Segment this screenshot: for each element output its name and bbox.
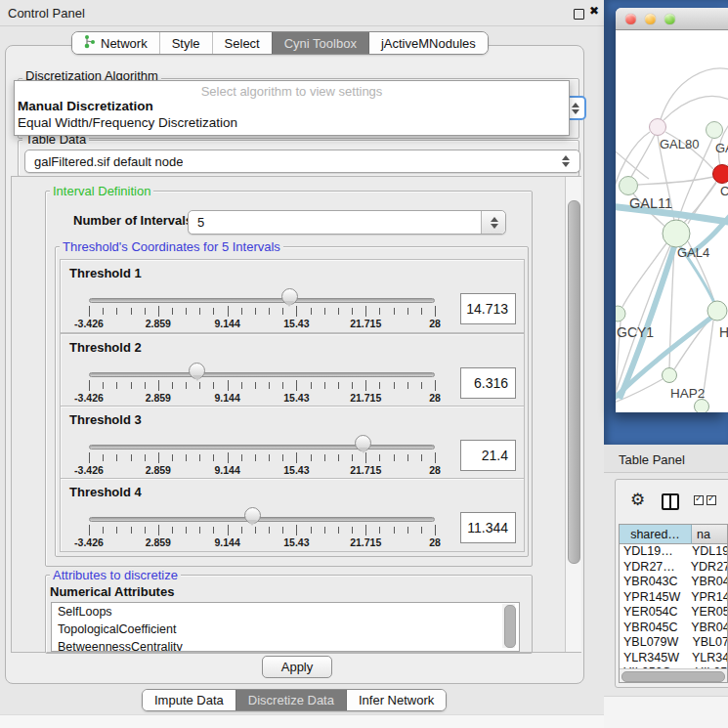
- slider-tick: [145, 382, 146, 389]
- network-node[interactable]: [620, 177, 638, 195]
- close-traffic-light[interactable]: [625, 14, 636, 24]
- slider-tick: [352, 454, 353, 461]
- checkbox-icon[interactable]: [707, 495, 716, 505]
- tab-infer-network[interactable]: Infer Network: [347, 690, 446, 710]
- cell-name: YBL07: [688, 635, 727, 651]
- close-icon[interactable]: ✖: [589, 4, 599, 18]
- slider-tick: [158, 452, 159, 463]
- slider-tick: [172, 454, 173, 461]
- slider-tick: [186, 527, 187, 534]
- tab-cyni-toolbox[interactable]: Cyni Toolbox: [272, 32, 369, 54]
- number-of-intervals-combobox[interactable]: 5: [188, 210, 506, 235]
- apply-button[interactable]: Apply: [262, 656, 332, 678]
- horizontal-scrollbar-thumb[interactable]: [621, 671, 725, 682]
- slider-tick-label: 15.43: [275, 536, 318, 548]
- table-row[interactable]: YBR045CYBR04: [620, 621, 727, 636]
- list-item[interactable]: BetweennessCentrality: [52, 638, 519, 652]
- horizontal-scrollbar[interactable]: [620, 668, 727, 682]
- slider-tick: [241, 382, 242, 389]
- table-row[interactable]: YDL19…YDL19: [620, 544, 727, 560]
- slider-tick: [131, 454, 132, 461]
- tab-select[interactable]: Select: [212, 32, 272, 54]
- tab-style[interactable]: Style: [159, 32, 212, 54]
- network-edge[interactable]: [661, 68, 728, 119]
- column-split-icon[interactable]: [662, 493, 679, 510]
- network-node[interactable]: [707, 301, 727, 321]
- slider-tick: [435, 525, 436, 535]
- minimize-traffic-light[interactable]: [645, 14, 656, 24]
- network-node[interactable]: [616, 306, 625, 321]
- table-row[interactable]: YER054CYER05: [620, 605, 727, 621]
- network-node[interactable]: [663, 220, 690, 247]
- network-node[interactable]: [707, 122, 723, 139]
- tab-network[interactable]: Network: [72, 32, 159, 54]
- slider-tick: [394, 382, 395, 389]
- node-table: shared… na YDL19…YDL19YDR27…YDR27YBR043C…: [619, 524, 728, 683]
- slider-thumb[interactable]: [244, 507, 261, 524]
- threshold-value-field[interactable]: 14.713: [460, 293, 516, 324]
- table-row[interactable]: YLR345WYLR34: [620, 651, 727, 666]
- combobox-spinner-button[interactable]: [481, 211, 505, 234]
- network-node[interactable]: [695, 400, 709, 413]
- slider-tick: [186, 454, 187, 461]
- table-row[interactable]: YPR145WYPR14: [620, 590, 727, 606]
- gear-icon[interactable]: ⚙: [630, 490, 645, 509]
- window-title: Control Panel: [8, 6, 85, 21]
- slider-tick: [324, 527, 325, 534]
- network-edge[interactable]: [638, 177, 713, 185]
- slider-tick: [407, 527, 408, 534]
- cell-name: YLR34: [688, 651, 727, 666]
- slider-tick: [213, 454, 214, 461]
- slider-track[interactable]: [89, 372, 435, 377]
- slider-tick: [228, 306, 229, 317]
- slider-tick: [116, 308, 117, 315]
- algorithm-option[interactable]: Manual Discretization: [18, 99, 566, 113]
- network-node[interactable]: [713, 165, 728, 184]
- table-row[interactable]: YDR27…YDR27: [620, 560, 727, 576]
- network-edge[interactable]: [664, 96, 728, 120]
- slider-track[interactable]: [89, 298, 435, 303]
- slider-tick: [407, 308, 408, 315]
- threshold-label: Threshold 1: [69, 266, 142, 280]
- cell-shared-name: YLR345W: [620, 651, 688, 666]
- column-header-name[interactable]: na: [692, 525, 727, 544]
- table-row[interactable]: YBR043CYBR04: [620, 575, 727, 590]
- table-data-combobox[interactable]: galFiltered.sif default node: [24, 150, 580, 173]
- network-canvas[interactable]: GAL80GACGAL11GAL4GCY1HHAP2: [616, 29, 728, 412]
- attributes-scrollbar-thumb[interactable]: [504, 605, 516, 648]
- slider-tick-label: 9.144: [206, 536, 249, 548]
- network-window-titlebar[interactable]: [616, 8, 728, 30]
- thresholds-group-title: Threshold's Coordinates for 5 Intervals: [60, 239, 283, 254]
- list-item[interactable]: SelfLoops: [52, 603, 519, 621]
- network-node[interactable]: [650, 119, 666, 136]
- slider-thumb[interactable]: [281, 288, 298, 305]
- node-label: HAP2: [670, 386, 705, 401]
- slider-track[interactable]: [89, 517, 435, 522]
- slider-tick: [131, 382, 132, 389]
- threshold-value-field[interactable]: 11.344: [460, 512, 516, 543]
- list-item[interactable]: TopologicalCoefficient: [52, 621, 519, 638]
- tab-impute-data[interactable]: Impute Data: [143, 690, 236, 710]
- algorithm-option[interactable]: Equal Width/Frequency Discretization: [18, 115, 566, 130]
- table-panel-title: Table Panel: [619, 452, 685, 467]
- slider-tick: [158, 306, 159, 317]
- float-window-icon[interactable]: [574, 9, 584, 20]
- threshold-value-field[interactable]: 6.316: [460, 367, 516, 399]
- network-edge[interactable]: [631, 135, 655, 177]
- tab-discretize-data[interactable]: Discretize Data: [236, 690, 347, 710]
- slider-track[interactable]: [89, 445, 435, 450]
- vertical-scrollbar-thumb[interactable]: [568, 200, 580, 564]
- column-header-shared-name[interactable]: shared…: [620, 525, 692, 544]
- chevron-updown-icon: [490, 217, 498, 229]
- tab-jactivemnodules[interactable]: jActiveMNodules: [369, 32, 488, 54]
- network-node[interactable]: [663, 368, 677, 383]
- table-row[interactable]: YBL079WYBL07: [620, 635, 727, 651]
- checkbox-icon[interactable]: [694, 495, 704, 505]
- zoom-traffic-light[interactable]: [664, 14, 675, 24]
- slider-tick: [296, 306, 297, 317]
- threshold-value-field[interactable]: 21.4: [460, 440, 516, 471]
- numerical-attributes-list[interactable]: SelfLoopsTopologicalCoefficientBetweenne…: [51, 602, 520, 652]
- node-label: GAL11: [629, 195, 672, 211]
- slider-tick: [213, 382, 214, 389]
- slider-tick-label: 28: [413, 536, 456, 548]
